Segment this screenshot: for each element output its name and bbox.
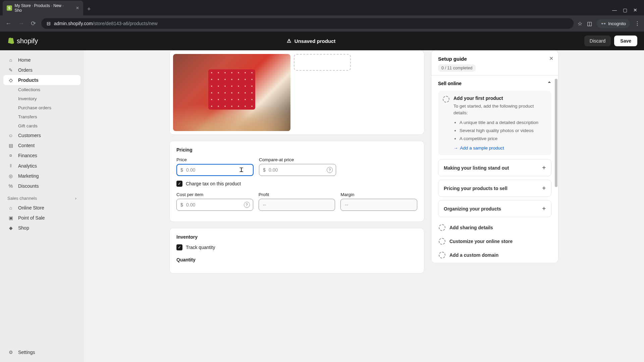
help-icon[interactable]: ? (244, 202, 250, 208)
back-button[interactable]: ← (4, 19, 13, 28)
nav-transfers[interactable]: Transfers (3, 112, 80, 121)
compare-price-input[interactable] (259, 164, 336, 176)
task-circle-icon[interactable] (443, 96, 449, 103)
chevron-right-icon: › (75, 196, 76, 201)
analytics-icon: ⫴ (7, 163, 14, 169)
setup-guide-card: Setup guide ✕ 0 / 11 completed Sell onli… (431, 50, 558, 263)
minimize-icon[interactable]: — (612, 7, 617, 13)
arrow-right-icon: → (453, 145, 458, 150)
media-card (169, 50, 424, 135)
url-input[interactable]: ⊟ admin.shopify.com/store/de8143-a6/prod… (41, 18, 574, 29)
task-add-first-product: Add your first product To get started, a… (438, 91, 551, 155)
scrollbar[interactable] (555, 79, 557, 259)
price-label: Price (176, 157, 254, 162)
compare-label: Compare-at price (259, 157, 336, 162)
track-quantity-checkbox[interactable]: ✓ (176, 244, 182, 250)
charge-tax-checkbox[interactable]: ✓ (176, 181, 182, 187)
setup-progress: 0 / 11 completed (438, 64, 476, 72)
nav-sales-channels-header[interactable]: Sales channels› (3, 191, 80, 203)
guide-organizing[interactable]: Organizing your products+ (438, 200, 551, 217)
incognito-badge[interactable]: 👓 Incognito (597, 19, 630, 28)
task-title: Add your first product (453, 96, 547, 101)
shopify-logo-icon (7, 37, 15, 45)
incognito-icon: 👓 (601, 21, 606, 26)
nav-discounts[interactable]: %Discounts (3, 181, 80, 191)
nav-pos[interactable]: ▣Point of Sale (3, 213, 80, 223)
margin-label: Margin (340, 192, 417, 197)
nav-inventory[interactable]: Inventory (3, 94, 80, 103)
site-info-icon[interactable]: ⊟ (47, 21, 51, 26)
header-status: ⚠ Unsaved product (38, 38, 584, 44)
help-icon[interactable]: ? (327, 167, 333, 173)
forward-button[interactable]: → (17, 19, 25, 28)
margin-input[interactable] (340, 199, 417, 211)
tab-close-icon[interactable]: ✕ (76, 6, 79, 10)
media-upload-placeholder[interactable] (294, 54, 351, 71)
setup-title: Setup guide (438, 56, 551, 62)
nav-collections[interactable]: Collections (3, 85, 80, 94)
product-image[interactable] (173, 54, 290, 131)
orders-icon: ✎ (7, 67, 14, 73)
reload-button[interactable]: ⟳ (30, 18, 37, 28)
nav-online-store[interactable]: ⌂Online Store (3, 203, 80, 213)
inventory-card: Inventory ✓ Track quantity Quantity (169, 228, 424, 274)
task-circle-icon (439, 224, 445, 231)
nav-shop[interactable]: ◆Shop (3, 223, 80, 233)
menu-icon[interactable]: ⋮ (635, 20, 640, 27)
main-content: Pricing Price $ Ꮖ Compare-at price (84, 50, 644, 362)
warning-icon: ⚠ (287, 38, 291, 44)
content-icon: ▤ (7, 143, 14, 148)
task-circle-icon (439, 238, 445, 245)
browser-tab-bar: S My Store · Products · New · Sho ✕ + — … (0, 0, 644, 15)
home-icon: ⌂ (7, 57, 14, 63)
close-icon[interactable]: ✕ (549, 55, 553, 62)
pos-icon: ▣ (7, 215, 14, 221)
pricing-title: Pricing (176, 147, 417, 153)
nav-settings[interactable]: ⚙Settings (3, 347, 80, 357)
price-input[interactable] (176, 164, 254, 176)
save-button[interactable]: Save (614, 36, 637, 46)
task-customize-store[interactable]: Customize your online store (438, 234, 551, 248)
discard-button[interactable]: Discard (584, 36, 611, 46)
gear-icon: ⚙ (7, 350, 14, 355)
task-custom-domain[interactable]: Add a custom domain (438, 248, 551, 262)
plus-icon: + (542, 205, 546, 212)
profit-input[interactable] (259, 199, 335, 211)
plus-icon: + (542, 164, 546, 171)
task-sharing-details[interactable]: Add sharing details (438, 221, 551, 234)
close-window-icon[interactable]: ✕ (633, 7, 637, 13)
nav-home[interactable]: ⌂Home (3, 55, 80, 65)
browser-tab[interactable]: S My Store · Products · New · Sho ✕ (3, 1, 83, 15)
sell-online-section[interactable]: Sell online ⌃ (438, 81, 551, 86)
new-tab-button[interactable]: + (83, 3, 95, 15)
maximize-icon[interactable]: ▢ (623, 7, 627, 13)
address-bar: ← → ⟳ ⊟ admin.shopify.com/store/de8143-a… (0, 15, 644, 32)
guide-pricing[interactable]: Pricing your products to sell+ (438, 180, 551, 197)
bookmark-icon[interactable]: ☆ (578, 20, 582, 27)
task-circle-icon (439, 252, 445, 258)
tab-title: My Store · Products · New · Sho (15, 3, 70, 13)
nav-analytics[interactable]: ⫴Analytics (3, 161, 80, 171)
cost-input[interactable] (176, 199, 253, 211)
add-sample-link[interactable]: → Add a sample product (453, 145, 547, 150)
store-icon: ⌂ (7, 205, 14, 210)
nav-products[interactable]: ◇Products (3, 75, 80, 85)
nav-marketing[interactable]: ◎Marketing (3, 171, 80, 181)
nav-orders[interactable]: ✎Orders (3, 65, 80, 75)
guide-making-listing[interactable]: Making your listing stand out+ (438, 159, 551, 176)
products-icon: ◇ (7, 77, 14, 83)
inventory-title: Inventory (176, 234, 417, 240)
finances-icon: ¤ (7, 153, 14, 158)
nav-customers[interactable]: ☺Customers (3, 130, 80, 140)
nav-finances[interactable]: ¤Finances (3, 150, 80, 161)
shopify-logo[interactable]: shopify (7, 37, 38, 45)
profit-label: Profit (259, 192, 335, 197)
nav-gift-cards[interactable]: Gift cards (3, 121, 80, 130)
shopify-favicon: S (7, 5, 12, 11)
nav-purchase-orders[interactable]: Purchase orders (3, 103, 80, 112)
quantity-title: Quantity (176, 257, 417, 262)
panel-icon[interactable]: ◫ (587, 20, 592, 27)
customers-icon: ☺ (7, 133, 14, 138)
window-controls: — ▢ ✕ (608, 7, 641, 15)
nav-content[interactable]: ▤Content (3, 140, 80, 150)
